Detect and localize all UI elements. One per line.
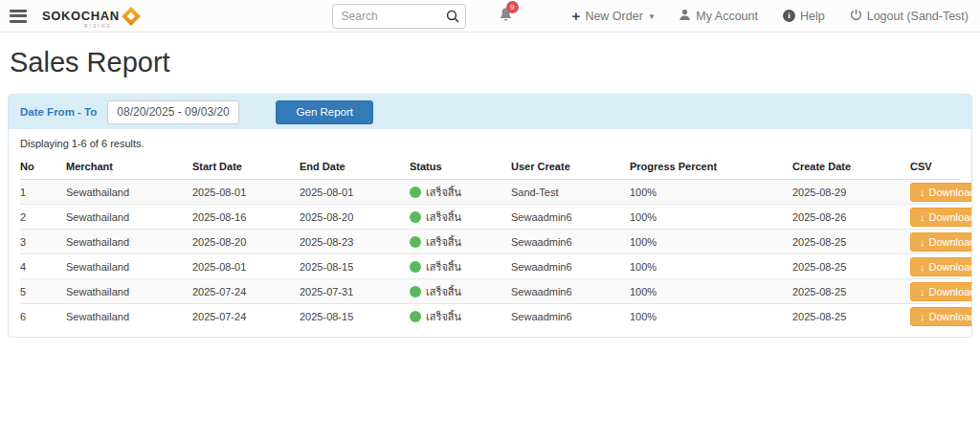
status-label: เสร็จสิ้น <box>426 286 461 297</box>
column-header-csv: CSV <box>910 158 960 180</box>
download-button[interactable]: ↓Download <box>910 282 972 301</box>
column-header-no: No <box>20 158 66 180</box>
status-label: เสร็จสิ้น <box>426 311 461 322</box>
gen-report-button[interactable]: Gen Report <box>276 100 373 124</box>
cell-merchant: Sewathailand <box>66 205 192 230</box>
cell-status: เสร็จสิ้น <box>410 254 511 279</box>
search-box <box>332 4 466 29</box>
new-order-button[interactable]: + New Order ▾ <box>572 10 655 23</box>
download-arrow-icon: ↓ <box>920 236 925 248</box>
table-row: 6 Sewathailand 2025-07-24 2025-08-15 เสร… <box>20 304 960 329</box>
date-range-label: Date From - To <box>20 106 97 118</box>
download-button[interactable]: ↓Download <box>910 257 972 276</box>
logout-button[interactable]: Logout (Sand-Test) <box>850 9 969 24</box>
cell-status: เสร็จสิ้น <box>410 279 511 304</box>
help-label: Help <box>800 10 825 23</box>
brand-name: SOKOCHAN <box>42 10 120 23</box>
column-header-status: Status <box>410 158 511 180</box>
cell-user-create: Sand-Test <box>511 180 630 205</box>
notifications-button[interactable]: 9 <box>499 7 513 26</box>
download-label: Download <box>929 236 973 248</box>
download-button[interactable]: ↓Download <box>910 307 972 326</box>
brand-diamond-icon <box>122 7 141 26</box>
cell-merchant: Sewathailand <box>66 254 192 279</box>
cell-start-date: 2025-08-01 <box>192 180 300 205</box>
chevron-down-icon: ▾ <box>650 11 655 21</box>
column-header-start-date: Start Date <box>192 158 300 180</box>
status-label: เสร็จสิ้น <box>426 261 461 273</box>
my-account-label: My Account <box>696 10 758 23</box>
report-table-body: 1 Sewathailand 2025-08-01 2025-08-01 เสร… <box>20 180 960 329</box>
cell-end-date: 2025-08-15 <box>300 304 410 329</box>
user-icon <box>679 9 691 24</box>
cell-create-date: 2025-08-25 <box>792 254 910 279</box>
cell-start-date: 2025-07-24 <box>192 279 300 304</box>
status-dot-icon <box>410 286 421 297</box>
report-table: No Merchant Start Date End Date Status U… <box>20 158 960 329</box>
cell-progress-percent: 100% <box>630 205 792 230</box>
download-arrow-icon: ↓ <box>920 286 925 297</box>
column-header-progress-percent: Progress Percent <box>630 158 792 180</box>
column-header-end-date: End Date <box>300 158 410 180</box>
download-label: Download <box>929 261 973 273</box>
cell-merchant: Sewathailand <box>66 230 192 254</box>
download-button[interactable]: ↓Download <box>910 183 972 202</box>
table-header-row: No Merchant Start Date End Date Status U… <box>20 158 960 180</box>
sales-report-page: SOKOCHAN RISING 9 + New Order ▾ <box>0 0 980 440</box>
cell-csv: ↓Download <box>910 180 960 205</box>
download-arrow-icon: ↓ <box>920 211 925 223</box>
cell-start-date: 2025-08-01 <box>192 254 300 279</box>
table-row: 4 Sewathailand 2025-08-01 2025-08-15 เสร… <box>20 254 960 279</box>
plus-icon: + <box>572 11 581 22</box>
help-button[interactable]: i Help <box>783 10 825 23</box>
search-icon[interactable] <box>446 10 459 27</box>
cell-status: เสร็จสิ้น <box>410 230 511 254</box>
logout-label: Logout (Sand-Test) <box>867 10 969 23</box>
download-button[interactable]: ↓Download <box>910 232 972 252</box>
cell-no: 6 <box>20 304 66 329</box>
cell-create-date: 2025-08-25 <box>792 279 910 304</box>
top-navbar: SOKOCHAN RISING 9 + New Order ▾ <box>0 0 980 33</box>
cell-end-date: 2025-08-20 <box>300 205 410 230</box>
status-dot-icon <box>410 187 421 198</box>
cell-user-create: Sewaadmin6 <box>511 205 630 230</box>
cell-progress-percent: 100% <box>630 279 792 304</box>
cell-user-create: Sewaadmin6 <box>511 279 630 304</box>
status-dot-icon <box>410 311 421 322</box>
table-row: 2 Sewathailand 2025-08-16 2025-08-20 เสร… <box>20 205 960 230</box>
status-label: เสร็จสิ้น <box>426 187 461 198</box>
cell-progress-percent: 100% <box>630 180 792 205</box>
status-dot-icon <box>410 211 421 223</box>
status-label: เสร็จสิ้น <box>426 236 461 248</box>
status-label: เสร็จสิ้น <box>426 211 461 223</box>
results-summary: Displaying 1-6 of 6 results. <box>20 138 960 149</box>
cell-merchant: Sewathailand <box>66 180 192 205</box>
menu-toggle-icon[interactable] <box>10 10 27 23</box>
cell-no: 3 <box>20 230 66 254</box>
cell-status: เสร็จสิ้น <box>410 180 511 205</box>
download-arrow-icon: ↓ <box>920 187 925 198</box>
cell-status: เสร็จสิ้น <box>410 304 511 329</box>
download-label: Download <box>929 211 973 223</box>
cell-csv: ↓Download <box>910 205 960 230</box>
cell-progress-percent: 100% <box>630 230 792 254</box>
status-dot-icon <box>410 236 421 248</box>
download-button[interactable]: ↓Download <box>910 208 972 227</box>
cell-user-create: Sewaadmin6 <box>511 304 630 329</box>
column-header-user-create: User Create <box>511 158 630 180</box>
cell-user-create: Sewaadmin6 <box>511 230 630 254</box>
download-label: Download <box>929 286 973 297</box>
cell-status: เสร็จสิ้น <box>410 205 511 230</box>
table-row: 3 Sewathailand 2025-08-20 2025-08-23 เสร… <box>20 230 960 254</box>
cell-csv: ↓Download <box>910 230 960 254</box>
cell-csv: ↓Download <box>910 254 960 279</box>
column-header-create-date: Create Date <box>792 158 910 180</box>
date-range-input[interactable] <box>107 100 239 124</box>
brand-logo[interactable]: SOKOCHAN RISING <box>42 10 138 23</box>
download-arrow-icon: ↓ <box>920 261 925 273</box>
cell-progress-percent: 100% <box>630 304 792 329</box>
cell-create-date: 2025-08-26 <box>792 205 910 230</box>
cell-end-date: 2025-08-23 <box>300 230 410 254</box>
cell-start-date: 2025-07-24 <box>192 304 300 329</box>
my-account-button[interactable]: My Account <box>679 9 758 24</box>
